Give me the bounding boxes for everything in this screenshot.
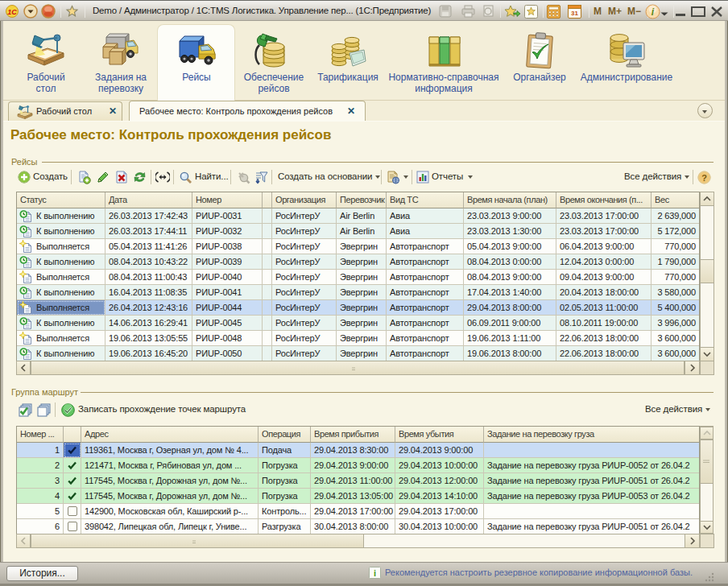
svg-text:i: i [374,568,376,578]
svg-text:31: 31 [571,10,578,17]
svg-text:1C: 1C [7,8,17,16]
svg-text:?: ? [701,173,707,183]
